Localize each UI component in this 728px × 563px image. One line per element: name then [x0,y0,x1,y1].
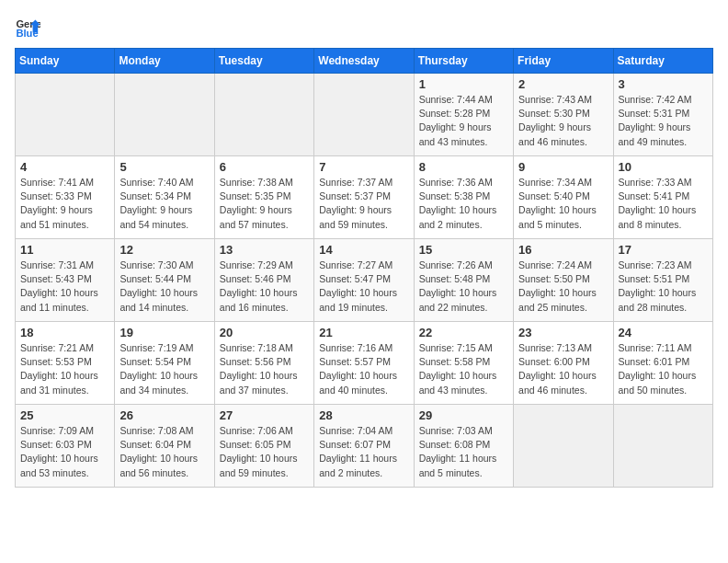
col-header-wednesday: Wednesday [314,49,414,74]
calendar-body: 1Sunrise: 7:44 AMSunset: 5:28 PMDaylight… [16,74,713,488]
day-info: Sunrise: 7:06 AMSunset: 6:05 PMDaylight:… [220,424,309,480]
calendar-cell: 16Sunrise: 7:24 AMSunset: 5:50 PMDayligh… [514,239,613,322]
day-number: 16 [518,243,608,257]
calendar-cell: 15Sunrise: 7:26 AMSunset: 5:48 PMDayligh… [414,239,513,322]
day-info: Sunrise: 7:15 AMSunset: 5:58 PMDaylight:… [419,341,508,397]
calendar-cell [314,74,414,156]
calendar-cell: 26Sunrise: 7:08 AMSunset: 6:04 PMDayligh… [115,405,214,488]
day-number: 5 [119,160,209,174]
day-number: 14 [319,243,408,257]
day-number: 24 [619,326,708,339]
day-number: 4 [20,160,109,174]
day-number: 22 [419,326,508,339]
day-info: Sunrise: 7:31 AMSunset: 5:43 PMDaylight:… [20,259,109,315]
calendar-cell: 14Sunrise: 7:27 AMSunset: 5:47 PMDayligh… [314,239,414,322]
day-info: Sunrise: 7:33 AMSunset: 5:41 PMDaylight:… [619,176,708,232]
calendar-cell: 18Sunrise: 7:21 AMSunset: 5:53 PMDayligh… [16,322,115,405]
day-number: 17 [619,243,708,257]
calendar-cell: 27Sunrise: 7:06 AMSunset: 6:05 PMDayligh… [214,405,313,488]
col-header-monday: Monday [115,49,214,74]
calendar-cell [115,74,214,156]
day-info: Sunrise: 7:36 AMSunset: 5:38 PMDaylight:… [419,176,508,232]
calendar-cell [16,74,115,156]
day-info: Sunrise: 7:43 AMSunset: 5:30 PMDaylight:… [518,93,608,149]
calendar-table: SundayMondayTuesdayWednesdayThursdayFrid… [15,48,713,488]
logo: General Blue [15,15,44,40]
calendar-cell [514,405,613,488]
calendar-header-row: SundayMondayTuesdayWednesdayThursdayFrid… [16,49,713,74]
calendar-cell: 8Sunrise: 7:36 AMSunset: 5:38 PMDaylight… [414,156,513,239]
calendar-cell: 1Sunrise: 7:44 AMSunset: 5:28 PMDaylight… [414,74,513,156]
calendar-cell: 9Sunrise: 7:34 AMSunset: 5:40 PMDaylight… [514,156,613,239]
calendar-cell: 3Sunrise: 7:42 AMSunset: 5:31 PMDaylight… [613,74,712,156]
calendar-cell: 4Sunrise: 7:41 AMSunset: 5:33 PMDaylight… [16,156,115,239]
day-number: 20 [220,326,309,339]
col-header-thursday: Thursday [414,49,513,74]
calendar-cell: 5Sunrise: 7:40 AMSunset: 5:34 PMDaylight… [115,156,214,239]
day-info: Sunrise: 7:29 AMSunset: 5:46 PMDaylight:… [220,259,309,315]
day-number: 11 [20,243,109,257]
day-number: 6 [220,160,309,174]
day-info: Sunrise: 7:11 AMSunset: 6:01 PMDaylight:… [619,341,708,397]
day-number: 8 [419,160,508,174]
day-info: Sunrise: 7:37 AMSunset: 5:37 PMDaylight:… [319,176,408,232]
calendar-cell [214,74,313,156]
calendar-cell: 24Sunrise: 7:11 AMSunset: 6:01 PMDayligh… [613,322,712,405]
day-info: Sunrise: 7:16 AMSunset: 5:57 PMDaylight:… [319,341,408,397]
day-info: Sunrise: 7:13 AMSunset: 6:00 PMDaylight:… [518,341,608,397]
day-number: 18 [20,326,109,339]
day-number: 7 [319,160,408,174]
calendar-week-2: 11Sunrise: 7:31 AMSunset: 5:43 PMDayligh… [16,239,713,322]
calendar-cell: 2Sunrise: 7:43 AMSunset: 5:30 PMDaylight… [514,74,613,156]
logo-icon: General Blue [15,15,40,40]
col-header-saturday: Saturday [613,49,712,74]
day-number: 19 [119,326,209,339]
day-number: 21 [319,326,408,339]
day-info: Sunrise: 7:09 AMSunset: 6:03 PMDaylight:… [20,424,109,480]
day-number: 28 [319,408,408,422]
calendar-cell: 28Sunrise: 7:04 AMSunset: 6:07 PMDayligh… [314,405,414,488]
page-header: General Blue [15,15,713,40]
calendar-cell: 19Sunrise: 7:19 AMSunset: 5:54 PMDayligh… [115,322,214,405]
day-info: Sunrise: 7:42 AMSunset: 5:31 PMDaylight:… [619,93,708,149]
day-number: 23 [518,326,608,339]
day-info: Sunrise: 7:04 AMSunset: 6:07 PMDaylight:… [319,424,408,480]
calendar-week-3: 18Sunrise: 7:21 AMSunset: 5:53 PMDayligh… [16,322,713,405]
day-info: Sunrise: 7:44 AMSunset: 5:28 PMDaylight:… [419,93,508,149]
day-info: Sunrise: 7:40 AMSunset: 5:34 PMDaylight:… [119,176,209,232]
calendar-cell: 12Sunrise: 7:30 AMSunset: 5:44 PMDayligh… [115,239,214,322]
day-number: 27 [220,408,309,422]
calendar-cell [613,405,712,488]
day-info: Sunrise: 7:08 AMSunset: 6:04 PMDaylight:… [119,424,209,480]
calendar-week-4: 25Sunrise: 7:09 AMSunset: 6:03 PMDayligh… [16,405,713,488]
day-number: 2 [518,77,608,91]
day-info: Sunrise: 7:34 AMSunset: 5:40 PMDaylight:… [518,176,608,232]
col-header-friday: Friday [514,49,613,74]
calendar-week-1: 4Sunrise: 7:41 AMSunset: 5:33 PMDaylight… [16,156,713,239]
day-number: 3 [619,77,708,91]
calendar-week-0: 1Sunrise: 7:44 AMSunset: 5:28 PMDaylight… [16,74,713,156]
day-info: Sunrise: 7:24 AMSunset: 5:50 PMDaylight:… [518,259,608,315]
day-info: Sunrise: 7:26 AMSunset: 5:48 PMDaylight:… [419,259,508,315]
day-info: Sunrise: 7:18 AMSunset: 5:56 PMDaylight:… [220,341,309,397]
calendar-cell: 25Sunrise: 7:09 AMSunset: 6:03 PMDayligh… [16,405,115,488]
day-number: 25 [20,408,109,422]
day-number: 1 [419,77,508,91]
calendar-cell: 22Sunrise: 7:15 AMSunset: 5:58 PMDayligh… [414,322,513,405]
calendar-cell: 17Sunrise: 7:23 AMSunset: 5:51 PMDayligh… [613,239,712,322]
day-number: 12 [119,243,209,257]
col-header-tuesday: Tuesday [214,49,313,74]
calendar-cell: 7Sunrise: 7:37 AMSunset: 5:37 PMDaylight… [314,156,414,239]
calendar-cell: 29Sunrise: 7:03 AMSunset: 6:08 PMDayligh… [414,405,513,488]
day-info: Sunrise: 7:27 AMSunset: 5:47 PMDaylight:… [319,259,408,315]
day-info: Sunrise: 7:19 AMSunset: 5:54 PMDaylight:… [119,341,209,397]
day-info: Sunrise: 7:41 AMSunset: 5:33 PMDaylight:… [20,176,109,232]
col-header-sunday: Sunday [16,49,115,74]
day-number: 10 [619,160,708,174]
day-number: 13 [220,243,309,257]
calendar-cell: 20Sunrise: 7:18 AMSunset: 5:56 PMDayligh… [214,322,313,405]
calendar-cell: 11Sunrise: 7:31 AMSunset: 5:43 PMDayligh… [16,239,115,322]
day-info: Sunrise: 7:30 AMSunset: 5:44 PMDaylight:… [119,259,209,315]
calendar-cell: 23Sunrise: 7:13 AMSunset: 6:00 PMDayligh… [514,322,613,405]
day-number: 26 [119,408,209,422]
